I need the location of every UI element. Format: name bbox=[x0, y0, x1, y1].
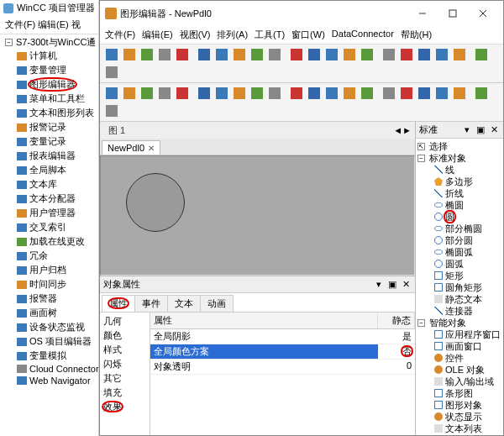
palette-item[interactable]: 图形对象 bbox=[416, 399, 503, 411]
toolbar-button[interactable] bbox=[249, 85, 265, 102]
close-button[interactable] bbox=[468, 4, 498, 23]
canvas-area[interactable] bbox=[100, 155, 415, 276]
menu-item[interactable]: 视图(V) bbox=[180, 29, 211, 41]
expand-icon[interactable]: − bbox=[417, 155, 425, 162]
toolbar-button[interactable] bbox=[196, 85, 213, 102]
palette-dropdown-icon[interactable]: ▾ bbox=[461, 124, 473, 136]
tree-item[interactable]: 用户归档 bbox=[3, 263, 98, 277]
canvas-grid[interactable] bbox=[101, 156, 414, 275]
menu-item[interactable]: DataConnector bbox=[332, 29, 394, 41]
toolbar-button[interactable] bbox=[103, 102, 120, 119]
tree-item[interactable]: OS 项目编辑器 bbox=[3, 334, 98, 349]
palette-item[interactable]: 圆 bbox=[416, 211, 503, 223]
document-tab[interactable]: NewPdl0 ✕ bbox=[102, 140, 160, 155]
properties-category[interactable]: 颜色 bbox=[102, 328, 148, 343]
tree-item[interactable]: 加载在线更改 bbox=[3, 234, 98, 249]
properties-category[interactable]: 闪烁 bbox=[102, 357, 148, 371]
properties-row[interactable]: 对象透明0 bbox=[150, 360, 415, 375]
toolbar-button[interactable] bbox=[231, 85, 248, 102]
properties-header-static[interactable]: 静态 bbox=[378, 313, 415, 328]
tree-item[interactable]: 交叉索引 bbox=[3, 220, 98, 234]
toolbar-button[interactable] bbox=[451, 46, 468, 63]
toolbar-button[interactable] bbox=[103, 64, 120, 81]
toolbar-button[interactable] bbox=[288, 46, 305, 63]
toolbar-button[interactable] bbox=[416, 85, 433, 102]
palette-item[interactable]: 圆角矩形 bbox=[416, 281, 503, 293]
properties-category[interactable]: 其它 bbox=[102, 371, 148, 386]
properties-row[interactable]: 全局颜色方案否 bbox=[150, 344, 415, 360]
toolbar-button[interactable] bbox=[266, 85, 283, 102]
toolbar-button[interactable] bbox=[473, 85, 490, 102]
palette-item[interactable]: 条形图 bbox=[416, 387, 503, 399]
toolbar-button[interactable] bbox=[381, 85, 397, 102]
properties-row[interactable]: 全局阴影是 bbox=[150, 329, 415, 344]
palette-item[interactable]: 连接器 bbox=[416, 305, 503, 317]
tree-item[interactable]: Cloud Connector bbox=[3, 363, 98, 375]
tree-item[interactable]: 画面树 bbox=[3, 306, 98, 320]
toolbar-button[interactable] bbox=[103, 85, 120, 102]
menu-item[interactable]: 编辑(E) bbox=[142, 29, 173, 41]
close-tab-icon[interactable]: ✕ bbox=[148, 144, 155, 153]
tree-item[interactable]: 菜单和工具栏 bbox=[3, 92, 98, 106]
tree-item[interactable]: 全局脚本 bbox=[3, 163, 98, 177]
editor-titlebar[interactable]: 图形编辑器 - NewPdl0 bbox=[100, 1, 503, 26]
properties-category[interactable]: 样式 bbox=[102, 343, 148, 357]
expand-icon[interactable]: − bbox=[417, 319, 425, 327]
toolbar-button[interactable] bbox=[451, 85, 468, 102]
toolbar-button[interactable] bbox=[196, 46, 213, 63]
palette-item[interactable]: 折线 bbox=[416, 187, 503, 199]
toolbar-button[interactable] bbox=[249, 46, 265, 63]
palette-item[interactable]: 画面窗口 bbox=[416, 340, 503, 352]
palette-item[interactable]: 椭圆弧 bbox=[416, 246, 503, 258]
toolbar-button[interactable] bbox=[381, 46, 397, 63]
toolbar-button[interactable] bbox=[266, 46, 283, 63]
palette-item[interactable]: 矩形 bbox=[416, 270, 503, 281]
palette-item[interactable]: 多边形 bbox=[416, 176, 503, 187]
properties-category[interactable]: 效果 bbox=[102, 400, 148, 414]
tree-item[interactable]: 变量管理 bbox=[3, 63, 98, 77]
project-root-label[interactable]: S7-300t与WinCC通 bbox=[16, 36, 96, 49]
tree-item[interactable]: 报表编辑器 bbox=[3, 149, 98, 163]
palette-item[interactable]: 椭圆 bbox=[416, 199, 503, 211]
toolbar-button[interactable] bbox=[174, 85, 191, 102]
palette-item[interactable]: OLE 对象 bbox=[416, 364, 503, 376]
toolbar-button[interactable] bbox=[433, 85, 450, 102]
tree-item[interactable]: 报警记录 bbox=[3, 120, 98, 134]
tree-collapse-icon[interactable]: − bbox=[5, 39, 13, 46]
properties-tab[interactable]: 属性 bbox=[102, 295, 135, 312]
palette-select[interactable]: ↖选择 bbox=[416, 140, 503, 152]
toolbar-button[interactable] bbox=[121, 46, 138, 63]
properties-close-icon[interactable]: ✕ bbox=[400, 279, 412, 291]
palette-item[interactable]: 静态文本 bbox=[416, 293, 503, 305]
toolbar-button[interactable] bbox=[139, 85, 155, 102]
toolbar-button[interactable] bbox=[433, 46, 450, 63]
palette-close-icon[interactable]: ✕ bbox=[488, 124, 500, 136]
tree-item[interactable]: 冗余 bbox=[3, 249, 98, 263]
properties-row-value[interactable]: 否 bbox=[378, 344, 415, 359]
properties-tab[interactable]: 文本 bbox=[167, 295, 201, 312]
properties-tab[interactable]: 事件 bbox=[134, 295, 168, 312]
tree-item[interactable]: 设备状态监视 bbox=[3, 320, 98, 334]
project-manager-menu[interactable]: 文件(F) 编辑(E) 视 bbox=[0, 16, 98, 34]
tree-item[interactable]: 文本分配器 bbox=[3, 192, 98, 206]
toolbar-button[interactable] bbox=[121, 85, 138, 102]
toolbar-button[interactable] bbox=[139, 46, 155, 63]
layer-nav-right-icon[interactable]: ► bbox=[402, 125, 412, 135]
properties-pin-icon[interactable]: ▣ bbox=[386, 279, 398, 291]
tree-item[interactable]: 计算机 bbox=[3, 49, 98, 63]
palette-item[interactable]: 部分椭圆 bbox=[416, 223, 503, 234]
layer-nav-left-icon[interactable]: ◄ bbox=[393, 125, 402, 135]
minimize-button[interactable] bbox=[407, 4, 438, 23]
tree-item[interactable]: 时间同步 bbox=[3, 277, 98, 292]
toolbar-button[interactable] bbox=[306, 85, 323, 102]
toolbar-button[interactable] bbox=[231, 46, 248, 63]
properties-dropdown-icon[interactable]: ▾ bbox=[373, 279, 385, 291]
palette-item[interactable]: 控件 bbox=[416, 352, 503, 364]
toolbar-button[interactable] bbox=[473, 46, 490, 63]
palette-item[interactable]: 输入/输出域 bbox=[416, 376, 503, 387]
toolbar-button[interactable] bbox=[398, 46, 415, 63]
palette-pin-icon[interactable]: ▣ bbox=[475, 124, 486, 136]
toolbar-button[interactable] bbox=[288, 85, 305, 102]
toolbar-button[interactable] bbox=[103, 46, 120, 63]
tree-item[interactable]: Web Navigator bbox=[3, 375, 98, 386]
